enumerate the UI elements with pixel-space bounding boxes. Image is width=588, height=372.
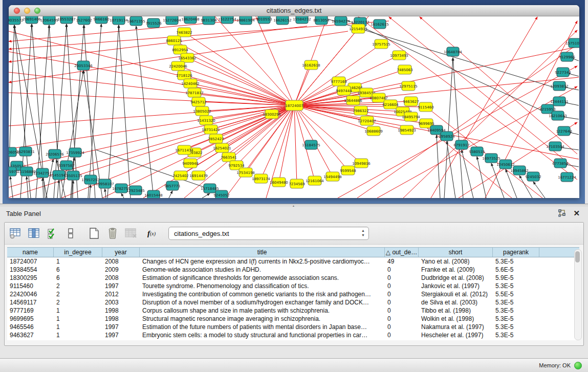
table-row[interactable]: 969969511998Structural magnetic resonanc… xyxy=(7,315,579,323)
graph-node[interactable]: 9245052 xyxy=(213,190,229,198)
show-columns-icon[interactable] xyxy=(26,226,41,241)
graph-node[interactable]: 7663541 xyxy=(221,152,236,162)
table-mode-icon[interactable] xyxy=(8,226,23,241)
graph-node[interactable]: 9463627 xyxy=(403,97,419,106)
graph-node[interactable]: 6773854 xyxy=(552,159,569,168)
graph-node[interactable]: 9115460 xyxy=(418,102,433,112)
graph-node[interactable]: 16671355 xyxy=(127,16,145,26)
create-column-icon[interactable] xyxy=(86,226,102,241)
graph-node[interactable]: 16711434 xyxy=(175,145,193,155)
graph-node[interactable]: 12975115 xyxy=(399,81,418,91)
column-header-in_degree[interactable]: in_degree xyxy=(54,248,102,257)
graph-node[interactable]: 19757515 xyxy=(372,39,390,49)
graph-node[interactable]: 18495794 xyxy=(402,112,420,121)
graph-node[interactable]: 12450612 xyxy=(496,160,515,169)
graph-node[interactable]: 17359924 xyxy=(66,148,84,157)
graph-node[interactable]: 16973525 xyxy=(482,154,500,163)
graph-node[interactable]: 1227640 xyxy=(556,126,572,136)
graph-node[interactable]: 9409948 xyxy=(182,159,198,168)
scrollbar-thumb[interactable] xyxy=(575,251,580,262)
graph-node[interactable]: 8912954 xyxy=(172,45,188,54)
graph-node[interactable]: 15584232 xyxy=(293,16,311,24)
graph-node[interactable]: 7852427 xyxy=(208,134,224,143)
graph-node[interactable]: 19861904 xyxy=(236,16,255,25)
graph-node[interactable]: 12093832 xyxy=(550,81,569,91)
graph-node[interactable]: 9599548 xyxy=(340,166,356,175)
delete-columns-icon[interactable] xyxy=(105,226,120,241)
column-header-title[interactable]: title xyxy=(140,248,385,257)
graph-node[interactable]: 9380515 xyxy=(469,147,485,156)
graph-node[interactable]: 12342757 xyxy=(33,168,52,178)
graph-node[interactable]: 17103504 xyxy=(546,142,564,151)
graph-node[interactable]: 10973493 xyxy=(390,51,408,60)
graph-node[interactable]: 9466160 xyxy=(93,16,109,24)
graph-node[interactable]: 7485063 xyxy=(397,65,412,74)
graph-node[interactable]: 16254021 xyxy=(213,143,231,152)
close-panel-icon[interactable]: ✕ xyxy=(573,209,580,217)
graph-node[interactable]: 18620468 xyxy=(181,16,200,24)
graph-node[interactable]: 20691406 xyxy=(23,16,41,24)
graph-node[interactable]: 15293831 xyxy=(16,147,35,156)
select-all-columns-icon[interactable] xyxy=(45,226,60,241)
graph-node[interactable]: 10688609 xyxy=(364,126,383,136)
graph-node[interactable]: 9497444 xyxy=(336,86,352,95)
graph-node[interactable]: 14240462 xyxy=(181,79,200,88)
column-header-year[interactable]: year xyxy=(102,248,140,257)
graph-node[interactable]: 13644866 xyxy=(344,96,362,105)
table-row[interactable]: 1872400712008Changes of HCN gene express… xyxy=(7,257,579,266)
graph-node[interactable]: 17871817 xyxy=(185,88,204,97)
graph-node[interactable]: 12720407 xyxy=(358,116,376,125)
graph-node[interactable]: 12064599 xyxy=(40,16,58,25)
graph-node[interactable]: 7463822 xyxy=(176,28,192,37)
graph-node[interactable]: 13805022 xyxy=(193,106,211,116)
graph-node[interactable]: 12154913 xyxy=(349,24,367,33)
delete-table-icon[interactable] xyxy=(123,226,139,241)
graph-node[interactable]: 9857771 xyxy=(164,181,180,190)
column-header-pagerank[interactable]: pagerank xyxy=(493,248,539,257)
graph-node[interactable]: 16049480 xyxy=(270,178,288,187)
graph-node[interactable]: 22420046 xyxy=(169,61,187,71)
table-row[interactable]: 911546021997Tourette syndrome. Phenomeno… xyxy=(7,282,579,290)
window-titlebar[interactable]: citations_edges.txt xyxy=(9,5,579,16)
graph-node[interactable]: 9010553 xyxy=(256,16,272,24)
graph-node[interactable]: 16015448 xyxy=(144,190,163,198)
graph-node[interactable]: 16162618 xyxy=(302,60,320,70)
deselect-all-columns-icon[interactable] xyxy=(63,226,78,241)
graph-node[interactable]: 8860125 xyxy=(166,36,182,45)
graph-node[interactable]: 11431320 xyxy=(197,116,215,125)
graph-node[interactable]: 24035572 xyxy=(9,16,24,25)
graph-node[interactable]: 10648784 xyxy=(444,47,462,56)
graph-node[interactable]: 16543362 xyxy=(178,53,197,62)
graph-node[interactable]: 6791917 xyxy=(453,140,469,149)
graph-node[interactable]: 20206576 xyxy=(46,149,64,159)
table-row[interactable]: 1830029562008Estimation of significance … xyxy=(7,274,579,282)
graph-node[interactable]: 7986322 xyxy=(353,106,368,115)
column-header-out_de[interactable]: △ out_de… xyxy=(385,248,419,257)
graph-node[interactable]: 9831304 xyxy=(201,16,217,25)
graph-node[interactable]: 10553287 xyxy=(57,16,76,24)
table-row[interactable]: 1456911722003Disruption of a novel membe… xyxy=(7,298,579,307)
graph-node[interactable]: 8958924 xyxy=(439,132,455,141)
graph-node[interactable]: 7234569 xyxy=(289,179,304,188)
graph-node[interactable]: 18724007 xyxy=(285,100,303,111)
graph-node[interactable]: 20053346 xyxy=(74,61,93,70)
graph-node[interactable]: 18731421 xyxy=(202,125,220,134)
column-header-name[interactable]: name xyxy=(7,248,54,257)
function-builder-icon[interactable]: f(x) xyxy=(144,226,159,241)
graph-node[interactable]: 7915526 xyxy=(145,18,162,28)
table-row[interactable]: 946362711997Embryonic stem cells: a mode… xyxy=(7,331,579,339)
table-row[interactable]: 977716911998Corpus callosum shape and si… xyxy=(7,307,579,315)
graph-node[interactable]: 8813054 xyxy=(313,16,330,25)
graph-node[interactable]: 18300295 xyxy=(263,110,281,119)
graph-node[interactable]: 15122754 xyxy=(218,16,236,24)
graph-node[interactable]: 9129966 xyxy=(559,52,575,61)
table-selector-dropdown[interactable]: citations_edges.txt ▲▼ xyxy=(168,227,369,240)
graph-node[interactable]: 10719134 xyxy=(110,16,128,25)
memory-status-icon[interactable] xyxy=(574,362,582,369)
table-row[interactable]: 2242004622012Investigating the contribut… xyxy=(7,290,579,298)
graph-node[interactable]: 16771224 xyxy=(558,172,576,182)
graph-node[interactable]: 16914479 xyxy=(189,171,208,180)
vertical-scrollbar[interactable] xyxy=(574,249,582,340)
graph-node[interactable]: 9227343 xyxy=(555,68,571,77)
network-view-window[interactable]: citations_edges.txt 24035572206914061206… xyxy=(9,5,579,198)
